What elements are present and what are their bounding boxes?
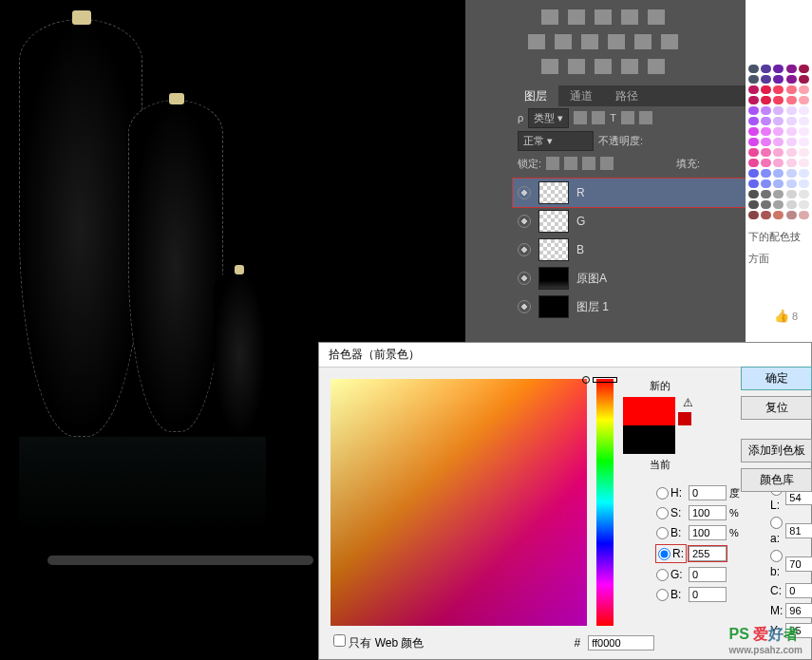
gamut-color[interactable]: [678, 412, 691, 425]
tab-paths[interactable]: 路径: [604, 85, 650, 106]
swatch[interactable]: [773, 75, 784, 84]
hex-input[interactable]: [588, 635, 654, 651]
swatch[interactable]: [786, 211, 797, 219]
input-r[interactable]: [689, 546, 727, 561]
swatch[interactable]: [773, 200, 784, 209]
tab-channels[interactable]: 通道: [558, 85, 604, 106]
swatch[interactable]: [786, 117, 797, 125]
gradient-map-icon[interactable]: [621, 59, 638, 74]
swatch[interactable]: [773, 179, 784, 188]
swatch[interactable]: [773, 117, 784, 125]
ok-button[interactable]: 确定: [741, 367, 812, 390]
swatch[interactable]: [761, 106, 771, 115]
input-g[interactable]: [689, 567, 727, 582]
swatch[interactable]: [761, 127, 771, 136]
web-only-checkbox[interactable]: [333, 634, 346, 647]
radio-s[interactable]: [656, 507, 669, 519]
swatch[interactable]: [761, 117, 771, 125]
saturation-brightness-field[interactable]: [330, 379, 587, 626]
swatch[interactable]: [786, 190, 797, 198]
swatch[interactable]: [799, 127, 809, 136]
filter-type-dropdown[interactable]: 类型 ▾: [528, 108, 569, 128]
swatch[interactable]: [761, 159, 771, 167]
swatch[interactable]: [748, 169, 759, 178]
swatch[interactable]: [786, 179, 797, 188]
swatch[interactable]: [786, 106, 797, 115]
swatch[interactable]: [748, 159, 759, 167]
swatch[interactable]: [748, 200, 759, 209]
swatch[interactable]: [799, 117, 809, 125]
swatch[interactable]: [786, 148, 797, 157]
swatch[interactable]: [799, 169, 809, 178]
input-c[interactable]: [785, 583, 812, 598]
gamut-warning-icon[interactable]: ⚠: [681, 396, 694, 409]
like-count[interactable]: 8: [774, 309, 798, 323]
swatch[interactable]: [748, 117, 759, 125]
input-s[interactable]: [689, 505, 727, 520]
channel-mixer-icon[interactable]: [634, 34, 651, 49]
filter-pixel-icon[interactable]: [574, 111, 587, 124]
swatch[interactable]: [799, 200, 809, 209]
input-h[interactable]: [689, 485, 727, 500]
threshold-icon[interactable]: [595, 59, 612, 74]
swatch[interactable]: [786, 159, 797, 167]
swatch[interactable]: [761, 138, 771, 146]
swatch[interactable]: [748, 190, 759, 198]
vibrance-icon[interactable]: [648, 9, 665, 25]
radio-h[interactable]: [656, 487, 669, 500]
visibility-toggle[interactable]: [518, 272, 531, 285]
swatch[interactable]: [799, 75, 809, 84]
swatch[interactable]: [799, 190, 809, 198]
color-cursor[interactable]: [582, 376, 590, 384]
swatch[interactable]: [773, 96, 784, 104]
swatch[interactable]: [786, 138, 797, 146]
radio-r[interactable]: [658, 548, 670, 560]
swatch[interactable]: [799, 211, 809, 219]
swatch[interactable]: [748, 211, 759, 219]
lock-transparent-icon[interactable]: [546, 157, 559, 170]
filter-shape-icon[interactable]: [621, 111, 634, 124]
swatch[interactable]: [748, 138, 759, 146]
radio-lab-b[interactable]: [770, 550, 783, 562]
swatch[interactable]: [748, 65, 759, 73]
cancel-button[interactable]: 复位: [741, 396, 812, 420]
input-brightness[interactable]: [689, 525, 727, 540]
swatch[interactable]: [761, 200, 771, 209]
swatch[interactable]: [748, 127, 759, 136]
hue-cursor[interactable]: [593, 377, 617, 383]
swatch[interactable]: [761, 211, 771, 219]
swatch[interactable]: [748, 179, 759, 188]
swatch[interactable]: [799, 65, 809, 73]
invert-icon[interactable]: [541, 59, 558, 74]
lut-icon[interactable]: [661, 34, 678, 49]
layer-thumb[interactable]: [538, 210, 569, 233]
radio-b[interactable]: [656, 527, 669, 539]
swatch[interactable]: [773, 106, 784, 115]
lock-position-icon[interactable]: [582, 157, 595, 170]
brightness-icon[interactable]: [541, 9, 558, 25]
radio-g[interactable]: [656, 569, 669, 581]
color-library-button[interactable]: 颜色库: [741, 468, 812, 492]
radio-a[interactable]: [770, 517, 783, 529]
swatch[interactable]: [773, 169, 784, 178]
selective-color-icon[interactable]: [648, 59, 665, 74]
swatch[interactable]: [748, 96, 759, 104]
layer-thumb[interactable]: [538, 181, 569, 204]
current-color-swatch[interactable]: [623, 425, 675, 454]
swatch[interactable]: [799, 159, 809, 167]
tab-layers[interactable]: 图层: [513, 85, 558, 106]
swatch[interactable]: [786, 127, 797, 136]
swatch[interactable]: [773, 159, 784, 167]
hue-icon[interactable]: [528, 34, 545, 49]
add-swatch-button[interactable]: 添加到色板: [741, 439, 812, 462]
swatch[interactable]: [761, 148, 771, 157]
visibility-toggle[interactable]: [518, 300, 531, 313]
filter-adjust-icon[interactable]: [592, 111, 605, 124]
swatch[interactable]: [773, 127, 784, 136]
balance-icon[interactable]: [555, 34, 572, 49]
input-blue[interactable]: [689, 587, 727, 602]
hue-slider[interactable]: [596, 379, 614, 626]
swatch[interactable]: [799, 85, 809, 94]
bw-icon[interactable]: [581, 34, 598, 49]
levels-icon[interactable]: [568, 9, 585, 25]
